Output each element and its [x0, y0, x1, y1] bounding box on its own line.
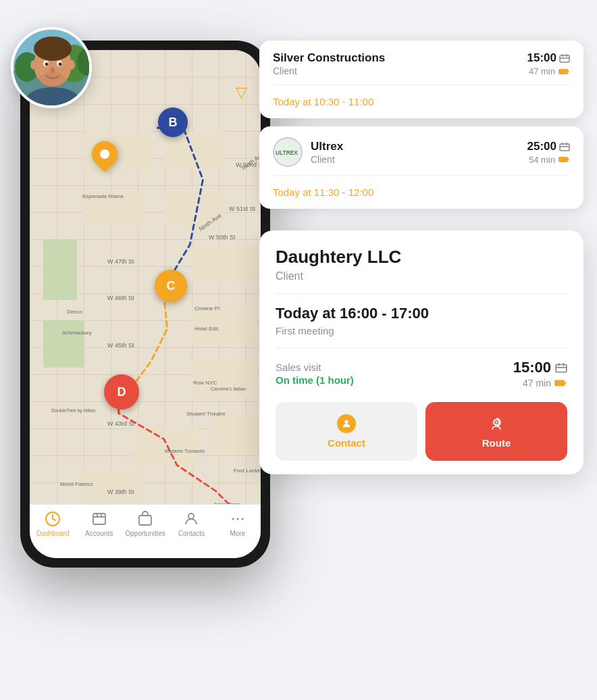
- svg-point-24: [39, 72, 66, 88]
- tab-opportunities-label: Opportunities: [125, 530, 165, 537]
- tab-contacts[interactable]: Contacts: [168, 510, 214, 537]
- tab-accounts-label: Accounts: [85, 530, 113, 537]
- place-carmines: Carmine's Italian: [211, 386, 246, 391]
- svg-point-20: [59, 63, 62, 66]
- svg-rect-39: [556, 365, 567, 372]
- street-w39: W 39th St: [107, 489, 134, 495]
- map-block-park2: [43, 320, 84, 368]
- svg-rect-30: [559, 69, 568, 74]
- marker-c: C: [155, 270, 187, 302]
- place-madame: Madame Tussauds: [165, 449, 205, 453]
- card1-price: 15:00: [527, 51, 570, 65]
- place-crowne: Crowne Pl.: [194, 305, 221, 311]
- action-buttons: Contact Route: [276, 402, 567, 461]
- contacts-icon: [182, 510, 200, 528]
- detail-time: Today at 16:00 - 17:00: [276, 305, 567, 322]
- detail-meeting: First meeting: [276, 325, 567, 336]
- route-button[interactable]: Route: [425, 402, 567, 461]
- card-ultrex[interactable]: ULTREX Ultrex Client 25:00: [259, 126, 583, 209]
- contact-icon: [337, 414, 356, 433]
- svg-rect-43: [554, 380, 565, 386]
- map-block-8: [131, 428, 199, 466]
- svg-marker-31: [568, 70, 569, 73]
- street-w50: W 50th St: [209, 234, 236, 241]
- marker-d: D: [104, 374, 139, 409]
- svg-rect-5: [139, 516, 151, 525]
- marker-b: B: [158, 107, 188, 137]
- svg-rect-26: [560, 55, 569, 62]
- ultrex-logo: ULTREX: [273, 137, 303, 167]
- more-icon: [229, 510, 246, 528]
- svg-marker-38: [568, 158, 569, 161]
- place-rownyc: Row NYC: [193, 380, 217, 386]
- tab-dashboard[interactable]: Dashboard: [30, 510, 76, 537]
- detail-visit-label: Sales visit: [276, 361, 354, 373]
- map-background: Tenth Ave Ninth Ave W 52nd St W 51st St …: [30, 50, 261, 504]
- card1-schedule: Today at 10:30 - 11:00: [273, 96, 570, 107]
- place-mood: Mood Fabrics: [60, 481, 93, 487]
- svg-rect-33: [560, 144, 569, 151]
- card2-divider: [273, 175, 570, 176]
- card-silver-constructions[interactable]: Silver Constructions Client 15:00: [259, 41, 583, 118]
- tab-contacts-label: Contacts: [178, 530, 205, 537]
- tab-more-label: More: [230, 530, 245, 537]
- place-hotel: Hotel Edit.: [194, 326, 219, 332]
- place-espanada: Espanada Mama: [82, 193, 123, 199]
- street-w43: W 43rd St: [107, 420, 134, 427]
- card2-type: Client: [311, 154, 519, 165]
- street-w45: W 45th St: [107, 342, 134, 349]
- marker-orange-pin: [92, 141, 118, 167]
- detail-price: 15:00: [513, 359, 567, 376]
- route-icon: [487, 414, 506, 433]
- svg-point-19: [45, 63, 49, 66]
- opportunities-icon: [136, 510, 154, 528]
- tab-more[interactable]: More: [215, 510, 261, 537]
- avatar: [11, 27, 92, 108]
- svg-point-47: [496, 422, 498, 424]
- card2-duration: 54 min: [529, 155, 570, 165]
- contact-button[interactable]: Contact: [276, 402, 417, 461]
- svg-rect-37: [559, 157, 568, 162]
- detail-price-col: 15:00 47 min: [513, 359, 567, 389]
- street-w46: W 46th St: [107, 295, 134, 301]
- card1-divider: [273, 84, 570, 85]
- detail-on-time: On time (1 hour): [276, 374, 354, 386]
- card1-duration: 47 min: [529, 66, 570, 76]
- route-button-label: Route: [482, 437, 511, 449]
- svg-point-22: [30, 60, 37, 70]
- detail-duration: 47 min: [513, 378, 567, 389]
- card2-schedule: Today at 11:30 - 12:00: [273, 186, 570, 198]
- card2-price: 25:00: [527, 140, 570, 153]
- dashboard-icon: [44, 510, 61, 528]
- place-shubert: Shubert Theatre: [186, 411, 226, 417]
- card2-company: Ultrex: [311, 140, 519, 153]
- svg-rect-1: [93, 514, 105, 524]
- card1-type: Client: [273, 66, 519, 76]
- svg-marker-44: [565, 382, 567, 384]
- detail-visit-col: Sales visit On time (1 hour): [276, 361, 354, 386]
- detail-divider1: [276, 293, 567, 294]
- street-w47: W 47th St: [107, 258, 134, 265]
- phone-screen: Tenth Ave Ninth Ave W 52nd St W 51st St …: [30, 50, 261, 558]
- svg-point-9: [241, 518, 243, 520]
- map-block-park1: [43, 239, 77, 300]
- svg-point-6: [188, 514, 194, 519]
- svg-point-7: [232, 518, 234, 520]
- tab-opportunities[interactable]: Opportunities: [122, 510, 168, 537]
- scene: Tenth Ave Ninth Ave W 52nd St W 51st St …: [0, 0, 597, 700]
- detail-divider2: [276, 347, 567, 348]
- detail-company: Daughtery LLC: [276, 247, 567, 268]
- cards-panel: Silver Constructions Client 15:00: [246, 41, 597, 474]
- card1-company: Silver Constructions: [273, 51, 519, 65]
- contact-button-label: Contact: [328, 437, 365, 449]
- detail-type: Client: [276, 270, 567, 282]
- map-area[interactable]: Tenth Ave Ninth Ave W 52nd St W 51st St …: [30, 50, 261, 504]
- svg-point-8: [236, 518, 238, 520]
- card-daughtery[interactable]: Daughtery LLC Client Today at 16:00 - 17…: [259, 230, 583, 474]
- tab-accounts[interactable]: Accounts: [76, 510, 122, 537]
- detail-bottom-row: Sales visit On time (1 hour) 15:00: [276, 359, 567, 389]
- svg-text:ULTREX: ULTREX: [276, 149, 298, 156]
- tab-dashboard-label: Dashboard: [36, 530, 70, 537]
- svg-point-45: [344, 420, 348, 424]
- accounts-icon: [90, 510, 108, 528]
